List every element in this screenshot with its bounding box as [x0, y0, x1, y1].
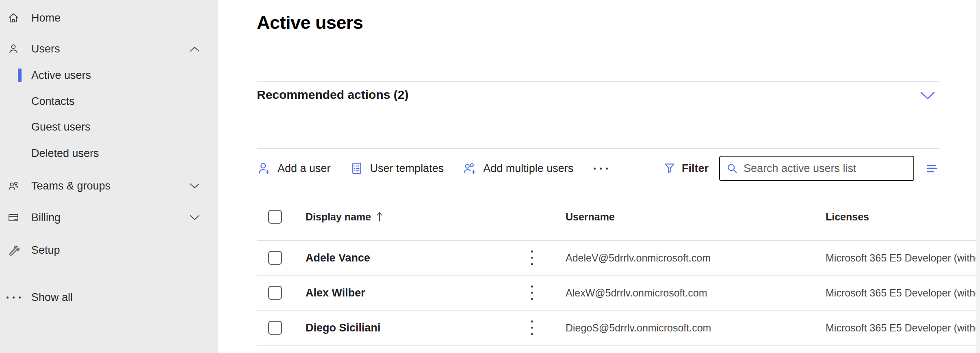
table-header-row: Display name Username Licenses — [257, 194, 980, 241]
display-name-cell[interactable]: Adele Vance — [306, 252, 525, 264]
admin-center-app: Home Users Active users Contacts Guest — [0, 0, 980, 353]
funnel-icon — [663, 161, 676, 175]
page-title: Active users — [257, 12, 980, 33]
search-box — [719, 156, 914, 181]
kebab-menu-icon[interactable] — [527, 283, 537, 303]
chevron-down-icon[interactable] — [189, 215, 200, 221]
display-name-cell[interactable]: Alex Wilber — [306, 287, 525, 299]
username-cell: DiegoS@5drrlv.onmicrosoft.com — [566, 322, 826, 334]
toolbar-actions: Add a user User templates — [257, 161, 609, 176]
user-templates-button[interactable]: User templates — [349, 161, 444, 176]
row-checkbox-cell — [257, 251, 306, 265]
sidebar-item-label: Teams & groups — [31, 180, 189, 192]
sidebar-item-users[interactable]: Users — [0, 39, 218, 59]
sidebar: Home Users Active users Contacts Guest — [0, 0, 218, 353]
chevron-up-icon[interactable] — [189, 46, 200, 52]
sidebar-item-deleted-users[interactable]: Deleted users — [0, 144, 218, 163]
row-checkbox[interactable] — [268, 286, 282, 300]
username-cell: AdeleV@5drrlv.onmicrosoft.com — [566, 252, 826, 264]
sidebar-item-home[interactable]: Home — [0, 8, 218, 28]
table-row[interactable]: Alex Wilber AlexW@5drrlv.onmicrosoft.com… — [257, 276, 980, 311]
more-ellipsis-icon[interactable] — [592, 163, 609, 174]
scrollbar-track[interactable] — [976, 0, 980, 353]
toolbar-button-label: Add a user — [278, 162, 331, 175]
recommended-actions-section: Recommended actions (2) — [257, 82, 939, 149]
username-cell: AlexW@5drrlv.onmicrosoft.com — [566, 287, 826, 299]
sort-ascending-arrow-icon — [375, 211, 384, 222]
search-icon — [726, 162, 739, 175]
table-row[interactable]: Diego Siciliani DiegoS@5drrlv.onmicrosof… — [257, 311, 980, 346]
select-all-checkbox[interactable] — [268, 210, 282, 224]
row-kebab-cell — [525, 248, 566, 268]
row-checkbox[interactable] — [268, 321, 282, 335]
sidebar-item-label: Deleted users — [31, 147, 200, 160]
people-add-icon — [462, 161, 477, 176]
search-input[interactable] — [719, 156, 914, 181]
filter-button[interactable]: Filter — [663, 161, 709, 175]
table-row[interactable]: Adele Vance AdeleV@5drrlv.onmicrosoft.co… — [257, 241, 980, 276]
sidebar-item-show-all[interactable]: Show all — [0, 288, 218, 307]
home-icon — [7, 12, 20, 24]
user-template-icon — [349, 161, 364, 176]
sidebar-item-label: Billing — [31, 211, 189, 224]
toolbar-button-label: Add multiple users — [483, 162, 573, 175]
person-icon — [7, 43, 20, 55]
row-checkbox[interactable] — [268, 251, 282, 265]
sidebar-item-label: Active users — [31, 69, 200, 82]
sidebar-item-label: Users — [31, 43, 189, 55]
header-checkbox-cell — [257, 210, 306, 224]
row-kebab-cell — [525, 318, 566, 338]
add-multiple-users-button[interactable]: Add multiple users — [462, 161, 573, 176]
sidebar-item-billing[interactable]: Billing — [0, 208, 218, 227]
chevron-down-icon[interactable] — [189, 183, 200, 189]
column-header-licenses[interactable]: Licenses — [826, 211, 980, 223]
row-kebab-cell — [525, 283, 566, 303]
toolbar-button-label: User templates — [370, 162, 444, 175]
toolbar-right: Filter — [663, 156, 939, 181]
licenses-cell: Microsoft 365 E5 Developer (withou — [826, 287, 980, 299]
column-header-username[interactable]: Username — [566, 211, 826, 223]
sidebar-item-label: Setup — [31, 244, 200, 257]
sidebar-item-active-users[interactable]: Active users — [0, 65, 218, 85]
sidebar-item-label: Home — [31, 12, 200, 24]
sidebar-item-setup[interactable]: Setup — [0, 240, 218, 260]
sidebar-item-label: Guest users — [31, 121, 200, 133]
active-item-indicator — [18, 69, 22, 82]
filter-label: Filter — [682, 162, 709, 175]
licenses-cell: Microsoft 365 E5 Developer (withou — [826, 322, 980, 334]
main-content: Active users Recommended actions (2) — [218, 0, 980, 353]
ellipsis-icon — [7, 296, 20, 299]
kebab-menu-icon[interactable] — [527, 248, 537, 268]
sidebar-item-label: Contacts — [31, 95, 200, 108]
people-icon — [7, 180, 20, 192]
sidebar-item-teams-groups[interactable]: Teams & groups — [0, 176, 218, 196]
licenses-cell: Microsoft 365 E5 Developer (withou — [826, 252, 980, 264]
wrench-icon — [7, 244, 20, 256]
column-header-display-name[interactable]: Display name — [306, 211, 525, 223]
person-add-icon — [257, 161, 271, 176]
sidebar-item-label: Show all — [31, 291, 200, 304]
list-toolbar: Add a user User templates — [257, 155, 939, 181]
sidebar-item-guest-users[interactable]: Guest users — [0, 117, 218, 137]
display-name-cell[interactable]: Diego Siciliani — [306, 322, 525, 334]
credit-card-icon — [7, 211, 20, 224]
row-checkbox-cell — [257, 321, 306, 335]
sidebar-divider — [3, 278, 207, 278]
recommended-actions-label: Recommended actions (2) — [257, 88, 408, 102]
sidebar-item-contacts[interactable]: Contacts — [0, 92, 218, 111]
sort-lines-icon[interactable] — [925, 161, 939, 176]
active-users-table: Display name Username Licenses Adele Van… — [257, 194, 980, 346]
add-a-user-button[interactable]: Add a user — [257, 161, 331, 176]
kebab-menu-icon[interactable] — [527, 318, 537, 338]
chevron-down-icon[interactable] — [920, 91, 935, 100]
row-checkbox-cell — [257, 286, 306, 300]
